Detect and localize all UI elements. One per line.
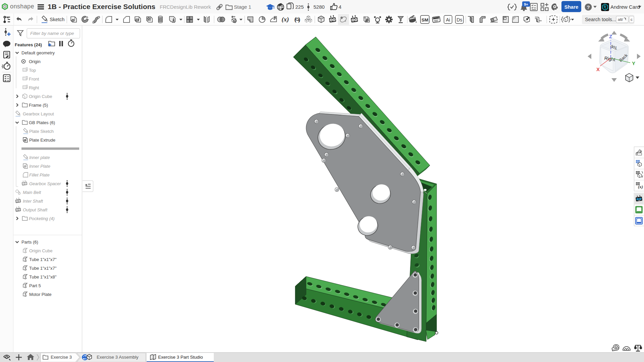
svg-text:Ds: Ds: [456, 17, 462, 22]
svg-text:Sketch: Sketch: [50, 17, 64, 22]
svg-text:Filter by name or type: Filter by name or type: [30, 31, 74, 36]
svg-text:X: X: [596, 66, 600, 72]
svg-text:9+: 9+: [524, 2, 528, 6]
svg-text:Z: Z: [609, 34, 612, 39]
svg-text:Ai: Ai: [446, 17, 450, 22]
svg-text:(x): (x): [282, 16, 289, 23]
svg-text:?: ?: [587, 4, 590, 10]
svg-text:( ): ( ): [294, 16, 300, 23]
svg-text:Search tools...: Search tools...: [585, 17, 616, 22]
svg-text:alt/: alt/: [618, 17, 623, 21]
svg-text:c: c: [631, 17, 633, 21]
svg-text:Share: Share: [564, 4, 579, 10]
svg-text:(x): (x): [638, 184, 643, 189]
svg-text:SM: SM: [422, 17, 428, 22]
svg-text:Y: Y: [632, 60, 635, 66]
